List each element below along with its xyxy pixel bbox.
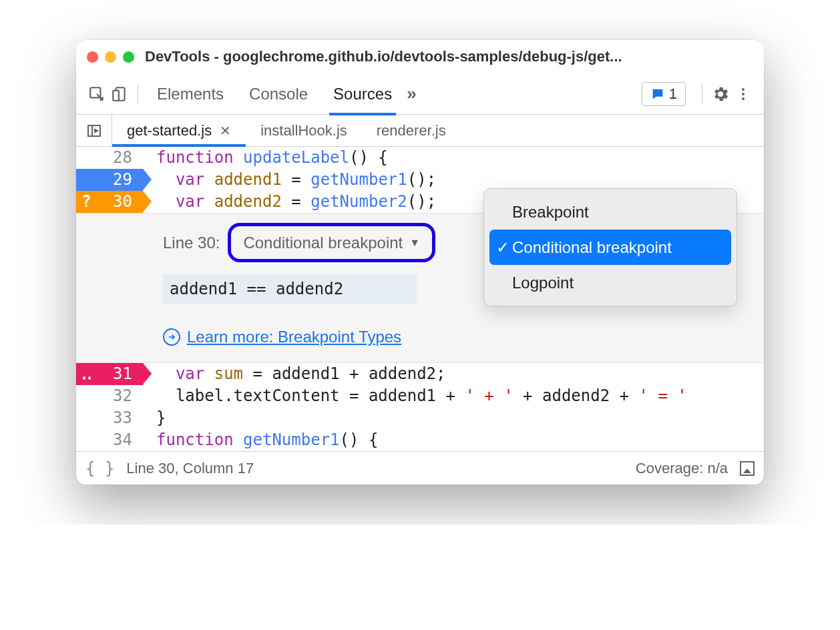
tab-console[interactable]: Console	[249, 73, 308, 115]
source-editor[interactable]: 28function updateLabel() {29 var addend1…	[76, 147, 764, 451]
line-number-gutter[interactable]: 32	[76, 385, 143, 407]
breakpoint-condition-input[interactable]: addend1 == addend2	[163, 274, 417, 304]
breakpoint-type-menu: Breakpoint Conditional breakpoint Logpoi…	[483, 188, 737, 306]
source-text[interactable]: }	[143, 407, 764, 429]
chevron-down-icon: ▼	[409, 232, 420, 254]
separator	[702, 84, 702, 104]
drawer-toggle-icon[interactable]	[740, 461, 755, 476]
window-title: DevTools - googlechrome.github.io/devtoo…	[145, 48, 753, 65]
status-bar: { } Line 30, Column 17 Coverage: n/a	[76, 451, 764, 485]
menu-item-conditional-breakpoint[interactable]: Conditional breakpoint	[489, 230, 731, 265]
settings-icon[interactable]	[709, 83, 732, 105]
tab-elements[interactable]: Elements	[157, 73, 224, 115]
menu-item-breakpoint[interactable]: Breakpoint	[489, 194, 731, 230]
message-icon	[650, 87, 665, 101]
source-text[interactable]: label.textContent = addend1 + ' + ' + ad…	[143, 385, 764, 407]
coverage-status: Coverage: n/a	[636, 460, 728, 477]
minimize-window-button[interactable]	[105, 51, 116, 63]
line-number-gutter[interactable]: 29	[76, 169, 143, 191]
code-line[interactable]: 32 label.textContent = addend1 + ' + ' +…	[76, 385, 764, 407]
menu-item-logpoint[interactable]: Logpoint	[489, 265, 731, 300]
code-line[interactable]: 34function getNumber1() {	[76, 429, 764, 451]
breakpoint-type-dropdown[interactable]: Conditional breakpoint ▼	[228, 223, 435, 262]
panel-tabs: Elements Console Sources	[157, 73, 392, 115]
breakpoint-editor: Line 30: Conditional breakpoint ▼ Breakp…	[76, 213, 764, 363]
line-number-gutter[interactable]: 33	[76, 407, 143, 429]
issues-count: 1	[669, 85, 677, 103]
tab-sources[interactable]: Sources	[333, 73, 392, 115]
file-tab-renderer[interactable]: renderer.js	[362, 115, 461, 146]
close-window-button[interactable]	[87, 51, 98, 63]
devtools-window: DevTools - googlechrome.github.io/devtoo…	[76, 40, 764, 485]
learn-more-text: Learn more: Breakpoint Types	[187, 326, 401, 348]
code-line[interactable]: 28function updateLabel() {	[76, 147, 764, 169]
file-tab-label: installHook.js	[260, 122, 347, 139]
pretty-print-icon[interactable]: { }	[85, 459, 114, 478]
code-line[interactable]: 31‥ var sum = addend1 + addend2;	[76, 363, 764, 385]
breakpoint-type-value: Conditional breakpoint	[243, 232, 403, 254]
file-tabs: get-started.js ✕ installHook.js renderer…	[76, 115, 764, 147]
file-tab-get-started[interactable]: get-started.js ✕	[112, 115, 246, 146]
file-tab-installhook[interactable]: installHook.js	[246, 115, 362, 146]
cursor-position: Line 30, Column 17	[126, 460, 254, 477]
line-number-gutter[interactable]: 34	[76, 429, 143, 451]
svg-rect-2	[113, 90, 119, 100]
separator	[138, 84, 138, 104]
learn-more-link[interactable]: Learn more: Breakpoint Types	[163, 326, 764, 348]
source-text[interactable]: var sum = addend1 + addend2;	[143, 363, 764, 385]
svg-point-4	[742, 93, 745, 95]
file-tab-label: renderer.js	[377, 122, 446, 139]
breakpoint-line-label: Line 30:	[163, 232, 220, 254]
main-toolbar: Elements Console Sources » 1	[76, 73, 764, 115]
tabs-overflow-icon[interactable]: »	[407, 83, 416, 104]
source-text[interactable]: function updateLabel() {	[143, 147, 764, 169]
issues-badge[interactable]: 1	[642, 82, 686, 106]
line-number-gutter[interactable]: 28	[76, 147, 143, 169]
line-number-gutter[interactable]: 30?	[76, 191, 143, 213]
window-controls	[87, 51, 134, 63]
arrow-circle-icon	[163, 328, 180, 346]
titlebar: DevTools - googlechrome.github.io/devtoo…	[76, 40, 764, 73]
svg-point-5	[742, 97, 745, 100]
navigator-toggle-icon[interactable]	[76, 115, 112, 146]
line-number-gutter[interactable]: 31‥	[76, 363, 143, 385]
file-tab-label: get-started.js	[127, 122, 212, 139]
more-menu-icon[interactable]	[732, 83, 755, 105]
device-toolbar-icon[interactable]	[108, 83, 131, 105]
source-text[interactable]: function getNumber1() {	[143, 429, 764, 451]
maximize-window-button[interactable]	[123, 51, 134, 63]
svg-point-3	[742, 88, 745, 91]
close-tab-icon[interactable]: ✕	[220, 123, 231, 139]
code-line[interactable]: 33}	[76, 407, 764, 429]
inspect-element-icon[interactable]	[85, 83, 108, 105]
